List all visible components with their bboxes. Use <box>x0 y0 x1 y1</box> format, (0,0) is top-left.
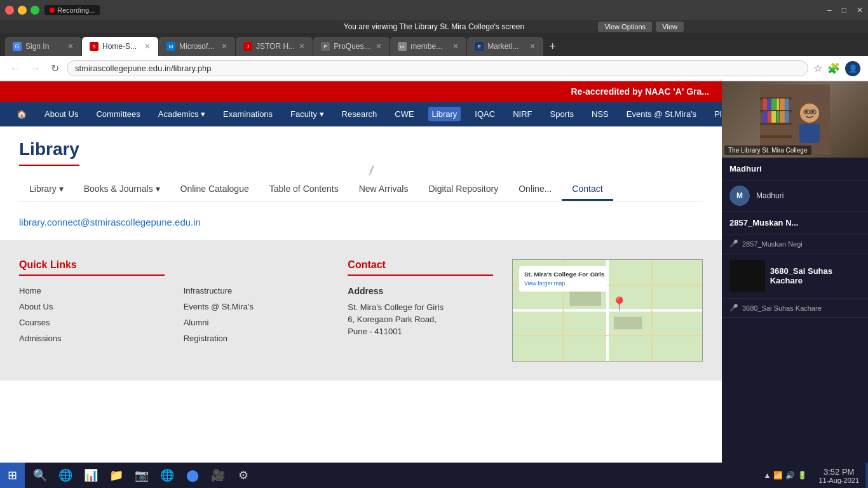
taskbar-end <box>865 463 868 488</box>
new-tab-button[interactable]: + <box>544 37 561 56</box>
tab-marketing[interactable]: E Marketi... ✕ <box>467 37 543 56</box>
nav-iqac[interactable]: IQAC <box>471 107 499 121</box>
taskbar-icon-photos[interactable]: 📷 <box>129 463 154 488</box>
taskbar-time: 3:52 PM 11-Aug-2021 <box>812 467 865 484</box>
nav-faculty[interactable]: Faculty ▾ <box>287 107 328 121</box>
tab-close-member[interactable]: ✕ <box>452 42 459 51</box>
taskbar-icon-zoom[interactable]: 🎥 <box>205 463 231 488</box>
footer-address-label: Address <box>348 286 493 296</box>
tab-member[interactable]: m membe... ✕ <box>390 37 466 56</box>
subnav-catalogue[interactable]: Online Catalogue <box>170 179 259 201</box>
nav-nss[interactable]: NSS <box>588 107 613 121</box>
footer-link-infrastructure[interactable]: Infrastructure <box>184 286 329 295</box>
tab-close-home[interactable]: ✕ <box>144 42 151 51</box>
maximize-button[interactable] <box>31 6 39 15</box>
svg-text:View larger map: View larger map <box>524 280 565 287</box>
footer-quick-links-2: . Infrastructure Events @ St.Mira's Alum… <box>184 259 329 362</box>
participant-madhuri-header: Madhuri <box>722 158 868 180</box>
nav-nirf[interactable]: NIRF <box>509 107 536 121</box>
participant-madhuri-name: Madhuri <box>729 164 860 173</box>
svg-rect-25 <box>768 111 771 123</box>
tab-favicon-signin: G <box>13 42 22 51</box>
extensions-button[interactable]: 🧩 <box>827 62 840 74</box>
svg-rect-19 <box>768 98 771 110</box>
participant-avatar-madhuri: M <box>729 186 750 206</box>
footer-link-admissions[interactable]: Admissions <box>19 334 165 343</box>
svg-rect-18 <box>763 98 767 110</box>
tab-close-signin[interactable]: ✕ <box>67 42 74 51</box>
reload-button[interactable]: ↻ <box>48 60 62 77</box>
footer-college-name: St. Mira's College for Girls <box>348 302 493 312</box>
close-window[interactable]: ✕ <box>857 6 863 15</box>
nav-cwe[interactable]: CWE <box>391 107 417 121</box>
tab-jstor[interactable]: J JSTOR H... ✕ <box>236 37 313 56</box>
subnav-contact[interactable]: Contact <box>562 179 613 201</box>
footer-link-alumni[interactable]: Alumni <box>184 318 329 327</box>
tab-close-microsoft[interactable]: ✕ <box>221 42 227 51</box>
footer-link-about[interactable]: About Us <box>19 302 165 311</box>
subnav-online[interactable]: Online... <box>508 179 562 201</box>
taskbar-icon-ie[interactable]: 🌐 <box>154 463 180 488</box>
tab-favicon-home: S <box>90 42 98 51</box>
nav-committees[interactable]: Committees <box>92 107 144 121</box>
taskbar-icon-browser[interactable]: 🌐 <box>53 463 78 488</box>
restore-window[interactable]: □ <box>842 6 846 15</box>
nav-events[interactable]: Events @ St.Mira's <box>623 107 700 121</box>
footer-link-registration[interactable]: Registration <box>184 334 329 343</box>
nav-research[interactable]: Research <box>338 107 381 121</box>
svg-text:📍: 📍 <box>611 295 628 313</box>
tab-proquest[interactable]: P ProQues... ✕ <box>313 37 390 56</box>
minimize-button[interactable] <box>18 6 27 15</box>
footer-street: 6, Koregaon Park Road, <box>348 315 493 324</box>
taskbar-icon-folder[interactable]: 📁 <box>104 463 129 488</box>
mic-icon-muskan: 🎤 <box>729 240 738 248</box>
library-subnav: Library ▾ Books & Journals ▾ Online Cata… <box>19 179 703 201</box>
tab-close-marketing[interactable]: ✕ <box>529 42 536 51</box>
taskbar-arrow-icon[interactable]: ▲ <box>764 471 771 480</box>
mic-icon-sai: 🎤 <box>729 304 738 312</box>
tab-close-proquest[interactable]: ✕ <box>376 42 382 51</box>
svg-rect-23 <box>785 98 789 110</box>
taskbar-system-icons: ▲ 📶 🔊 🔋 <box>759 471 813 480</box>
taskbar-icon-search[interactable]: 🔍 <box>27 463 53 488</box>
subnav-library[interactable]: Library ▾ <box>19 179 74 201</box>
address-input[interactable] <box>67 60 808 76</box>
tab-microsoft[interactable]: M Microsof... ✕ <box>159 37 235 56</box>
tab-home[interactable]: S Home-S... ✕ <box>82 37 158 56</box>
svg-rect-16 <box>760 123 792 125</box>
minimize-window[interactable]: – <box>827 6 832 15</box>
subnav-books[interactable]: Books & Journals ▾ <box>74 179 170 201</box>
back-button[interactable]: ← <box>8 60 23 77</box>
email-link[interactable]: library.connect@stmirascollegepune.edu.i… <box>19 217 201 227</box>
taskbar-icon-excel[interactable]: 📊 <box>78 463 104 488</box>
tab-signin[interactable]: G Sign In ✕ <box>5 37 81 56</box>
nav-home[interactable]: 🏠 <box>13 107 31 121</box>
footer-link-events[interactable]: Events @ St.Mira's <box>184 302 329 311</box>
taskbar-icon-settings[interactable]: ⚙ <box>231 463 256 488</box>
subnav-arrivals[interactable]: New Arrivals <box>349 179 419 201</box>
bookmark-button[interactable]: ☆ <box>813 62 822 74</box>
taskbar-icon-chrome[interactable]: ⬤ <box>180 463 205 488</box>
view-options-button[interactable]: View Options <box>598 22 652 32</box>
subnav-digital[interactable]: Digital Repository <box>418 179 508 201</box>
map-area[interactable]: St. Mira's College For Girls View larger… <box>512 259 703 362</box>
close-button[interactable] <box>5 6 14 15</box>
forward-button[interactable]: → <box>28 60 43 77</box>
footer-link-courses[interactable]: Courses <box>19 318 165 327</box>
taskbar-volume-icon[interactable]: 🔊 <box>785 471 795 480</box>
site-footer: Quick Links Home About Us Courses Admiss… <box>0 240 722 381</box>
nav-placement[interactable]: Placement <box>710 107 722 121</box>
nav-examinations[interactable]: Examinations <box>219 107 276 121</box>
website-content: Re-accredited by NAAC 'A' Gra... 🏠 About… <box>0 81 722 475</box>
footer-link-home[interactable]: Home <box>19 286 165 295</box>
profile-button[interactable]: 👤 <box>845 61 860 76</box>
nav-sports[interactable]: Sports <box>546 107 578 121</box>
view-button[interactable]: View <box>656 22 684 32</box>
nav-library[interactable]: Library <box>428 107 461 121</box>
start-button[interactable]: ⊞ <box>0 463 25 488</box>
site-navigation: 🏠 About Us Committees Academics ▾ Examin… <box>0 102 722 126</box>
tab-close-jstor[interactable]: ✕ <box>299 42 305 51</box>
nav-about[interactable]: About Us <box>41 107 82 121</box>
nav-academics[interactable]: Academics ▾ <box>154 107 209 121</box>
subnav-toc[interactable]: Table of Contents <box>259 179 349 201</box>
